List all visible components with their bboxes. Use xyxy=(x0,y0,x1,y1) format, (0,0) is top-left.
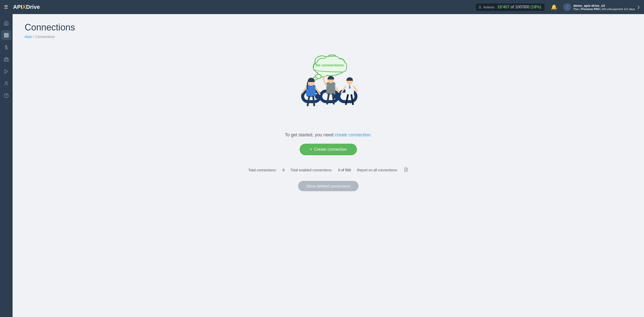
svg-point-7 xyxy=(6,82,7,84)
actions-badge: ℹ Actions: 18'407 of 100'000 (18%) xyxy=(475,3,545,11)
svg-rect-26 xyxy=(333,94,340,99)
breadcrumb-main[interactable]: Main xyxy=(25,35,32,39)
svg-rect-1 xyxy=(7,33,8,35)
show-deleted-connections-button[interactable]: Show deleted connections xyxy=(298,181,358,191)
sidebar-item-connections[interactable] xyxy=(1,30,11,40)
cta-text: To get started, you need create connecti… xyxy=(285,132,372,138)
chevron-down-icon: ❯ xyxy=(637,5,640,9)
sidebar-item-integrations[interactable] xyxy=(1,54,11,64)
sidebar-item-profile[interactable] xyxy=(1,78,11,89)
user-plan: Plan | Premium PRO | left until payment … xyxy=(573,8,635,11)
svg-line-36 xyxy=(323,79,326,85)
actions-of: of xyxy=(511,5,514,9)
sidebar-item-help[interactable] xyxy=(1,91,11,101)
svg-rect-35 xyxy=(326,82,335,95)
plus-icon: + xyxy=(310,147,312,152)
sidebar-item-media[interactable] xyxy=(1,66,11,76)
svg-marker-6 xyxy=(5,70,8,73)
sidebar-item-home[interactable] xyxy=(1,18,11,28)
total-enabled-value: 0 of 500 xyxy=(338,168,351,172)
total-connections-label: Total connections: xyxy=(248,168,276,172)
report-label: Report on all connections: xyxy=(357,168,398,172)
svg-rect-25 xyxy=(315,94,322,99)
sidebar xyxy=(0,14,13,317)
create-connection-link[interactable]: create connection. xyxy=(335,132,372,137)
center-content: No connections xyxy=(25,49,632,196)
svg-rect-3 xyxy=(5,36,6,37)
menu-icon[interactable]: ☰ xyxy=(4,4,8,10)
info-icon: ℹ xyxy=(479,5,481,10)
user-name: demo_apix-drive_s3 xyxy=(573,4,635,8)
logo: APIXDrive xyxy=(13,4,40,10)
logo-x: X xyxy=(22,4,26,10)
report-icon[interactable] xyxy=(404,167,408,173)
actions-values: 18'407 of 100'000 (18%) xyxy=(497,5,541,9)
actions-label: Actions: xyxy=(483,5,495,9)
logo-drive: Drive xyxy=(26,4,40,10)
svg-text:No connections: No connections xyxy=(315,63,344,67)
svg-rect-2 xyxy=(7,36,8,37)
header: ☰ APIXDrive ℹ Actions: 18'407 of 100'000… xyxy=(0,0,644,14)
actions-total: 100'000 xyxy=(515,5,529,9)
no-connections-illustration: No connections xyxy=(286,54,371,124)
main-content: Connections Main / Connections xyxy=(13,14,644,317)
actions-pct: (18%) xyxy=(530,5,541,9)
user-info: demo_apix-drive_s3 Plan | Premium PRO | … xyxy=(573,4,635,11)
svg-rect-5 xyxy=(4,58,9,61)
sidebar-item-billing[interactable] xyxy=(1,42,11,52)
svg-line-31 xyxy=(308,97,309,105)
page-title: Connections xyxy=(25,22,632,33)
svg-line-46 xyxy=(354,87,357,91)
total-connections-value: 0 xyxy=(283,168,285,172)
total-enabled-label: Total enabled connections: xyxy=(291,168,332,172)
breadcrumb: Main / Connections xyxy=(25,35,632,39)
notification-icon[interactable]: 🔔 xyxy=(551,4,557,10)
logo-api: API xyxy=(13,4,22,10)
actions-used: 18'407 xyxy=(497,5,509,9)
stats-row: Total connections: 0 Total enabled conne… xyxy=(248,167,408,173)
user-section[interactable]: 👤 demo_apix-drive_s3 Plan | Premium PRO … xyxy=(563,3,640,11)
create-connection-button[interactable]: + Create connection xyxy=(300,144,357,155)
breadcrumb-current: Connections xyxy=(35,35,55,39)
svg-line-32 xyxy=(313,97,314,105)
svg-line-40 xyxy=(333,94,334,104)
svg-rect-0 xyxy=(5,33,6,35)
create-connection-label: Create connection xyxy=(314,147,347,152)
layout: Connections Main / Connections xyxy=(0,14,644,317)
avatar: 👤 xyxy=(563,3,571,11)
